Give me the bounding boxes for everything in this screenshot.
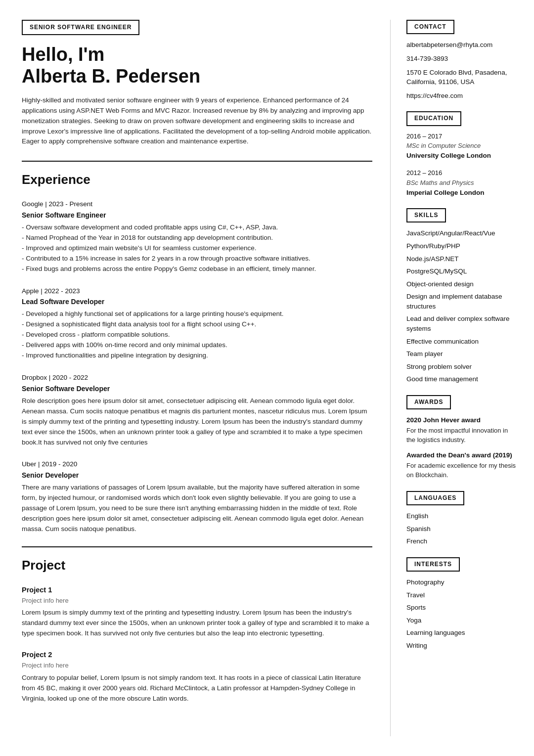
exp-meta-dropbox: Dropbox | 2020 - 2022 xyxy=(22,373,372,383)
skills-badge: SKILLS xyxy=(406,208,446,222)
project-desc-2: Contrary to popular belief, Lorem Ipsum … xyxy=(22,673,372,704)
exp-role-dropbox: Senior Software Developer xyxy=(22,384,372,394)
exp-years-apple: 2022 - 2023 xyxy=(44,287,80,295)
interest-yoga: Yoga xyxy=(406,616,518,625)
award-name-1: 2020 John Hever award xyxy=(406,415,518,425)
edu-degree-2: BSc Maths and Physics xyxy=(406,178,518,188)
exp-meta-uber: Uber | 2019 - 2020 xyxy=(22,459,372,469)
exp-meta-google: Google | 2023 - Present xyxy=(22,199,372,209)
project-info-2: Project info here xyxy=(22,661,372,670)
contact-email: albertabpetersen@rhyta.com xyxy=(406,40,518,50)
exp-years-dropbox: 2020 - 2022 xyxy=(52,374,88,381)
exp-company-dropbox: Dropbox xyxy=(22,374,47,381)
edu-years-1: 2016 – 2017 xyxy=(406,132,518,141)
left-column: SENIOR SOFTWARE ENGINEER Hello, I'm Albe… xyxy=(0,20,391,736)
award-desc-1: For the most impactful innovation in the… xyxy=(406,426,518,445)
name-heading: Hello, I'm Alberta B. Pedersen xyxy=(22,44,372,87)
skills-list: JavaScript/Angular/React/Vue Python/Ruby… xyxy=(406,228,518,384)
interests-section: INTERESTS Photography Travel Sports Yoga… xyxy=(406,557,518,651)
job-title-badge: SENIOR SOFTWARE ENGINEER xyxy=(22,20,139,35)
lang-english: English xyxy=(406,511,518,521)
full-name: Alberta B. Pedersen xyxy=(22,66,200,87)
contact-phone: 314-739-3893 xyxy=(406,54,518,64)
exp-company-uber: Uber xyxy=(22,460,36,468)
languages-section: LANGUAGES English Spanish French xyxy=(406,491,518,546)
skill-1: JavaScript/Angular/React/Vue xyxy=(406,228,518,238)
right-column: CONTACT albertabpetersen@rhyta.com 314-7… xyxy=(391,20,534,736)
greeting-text: Hello, I'm xyxy=(22,44,104,65)
edu-years-2: 2012 – 2016 xyxy=(406,169,518,178)
project-entry-2: Project 2 Project info here Contrary to … xyxy=(22,650,372,704)
exp-company-apple: Apple xyxy=(22,287,39,295)
project-info-1: Project info here xyxy=(22,596,372,606)
languages-badge: LANGUAGES xyxy=(406,491,464,505)
lang-spanish: Spanish xyxy=(406,524,518,534)
edu-institution-2: Imperial College London xyxy=(406,188,518,198)
skill-3: Node.js/ASP.NET xyxy=(406,254,518,264)
interest-learning-languages: Learning languages xyxy=(406,628,518,638)
award-name-2: Awarded the Dean's award (2019) xyxy=(406,450,518,460)
award-desc-2: For academic excellence for my thesis on… xyxy=(406,461,518,480)
exp-years-google: 2023 - Present xyxy=(49,200,93,208)
contact-address: 1570 E Colorado Blvd, Pasadena, Californ… xyxy=(406,68,518,87)
resume-page: SENIOR SOFTWARE ENGINEER Hello, I'm Albe… xyxy=(0,0,534,756)
exp-desc-dropbox: Role description goes here ipsum dolor s… xyxy=(22,396,372,448)
awards-badge: AWARDS xyxy=(406,395,451,409)
skills-section: SKILLS JavaScript/Angular/React/Vue Pyth… xyxy=(406,208,518,384)
skill-9: Team player xyxy=(406,349,518,359)
edu-degree-1: MSc in Computer Science xyxy=(406,141,518,151)
experience-entry-apple: Apple | 2022 - 2023 Lead Software Develo… xyxy=(22,286,372,361)
experience-entry-uber: Uber | 2019 - 2020 Senior Developer Ther… xyxy=(22,459,372,534)
awards-section: AWARDS 2020 John Hever award For the mos… xyxy=(406,395,518,480)
section-divider xyxy=(22,161,372,162)
exp-desc-uber: There are many variations of passages of… xyxy=(22,483,372,534)
skill-10: Strong problem solver xyxy=(406,362,518,372)
project-divider xyxy=(22,546,372,547)
project-entry-1: Project 1 Project info here Lorem Ipsum … xyxy=(22,585,372,639)
edu-institution-1: University College London xyxy=(406,151,518,161)
contact-badge: CONTACT xyxy=(406,20,454,34)
interest-writing: Writing xyxy=(406,641,518,651)
edu-entry-1: 2016 – 2017 MSc in Computer Science Univ… xyxy=(406,132,518,161)
education-section: EDUCATION 2016 – 2017 MSc in Computer Sc… xyxy=(406,111,518,197)
exp-desc-apple: - Developed a highly functional set of a… xyxy=(22,309,372,361)
exp-years-uber: 2019 - 2020 xyxy=(42,460,77,468)
interests-badge: INTERESTS xyxy=(406,557,460,572)
contact-section: CONTACT albertabpetersen@rhyta.com 314-7… xyxy=(406,20,518,100)
award-entry-1: 2020 John Hever award For the most impac… xyxy=(406,415,518,445)
exp-role-uber: Senior Developer xyxy=(22,470,372,480)
experience-section-title: Experience xyxy=(22,171,372,189)
skill-2: Python/Ruby/PHP xyxy=(406,241,518,251)
project-desc-1: Lorem Ipsum is simply dummy text of the … xyxy=(22,608,372,639)
project-name-1: Project 1 xyxy=(22,585,372,595)
contact-website: https://cv4free.com xyxy=(406,91,518,101)
skill-6: Design and implement database structures xyxy=(406,292,518,311)
award-entry-2: Awarded the Dean's award (2019) For acad… xyxy=(406,450,518,480)
summary-text: Highly-skilled and motivated senior soft… xyxy=(22,95,372,147)
skill-11: Good time management xyxy=(406,374,518,384)
experience-list: Google | 2023 - Present Senior Software … xyxy=(22,199,372,534)
exp-desc-google: - Oversaw software development and coded… xyxy=(22,222,372,274)
lang-french: French xyxy=(406,536,518,546)
project-list: Project 1 Project info here Lorem Ipsum … xyxy=(22,585,372,704)
exp-meta-apple: Apple | 2022 - 2023 xyxy=(22,286,372,296)
project-name-2: Project 2 xyxy=(22,650,372,660)
skill-5: Object-oriented design xyxy=(406,279,518,289)
project-section-title: Project xyxy=(22,556,372,575)
skill-7: Lead and deliver complex software system… xyxy=(406,314,518,333)
skill-8: Effective communication xyxy=(406,337,518,347)
skill-4: PostgreSQL/MySQL xyxy=(406,267,518,276)
interest-sports: Sports xyxy=(406,603,518,613)
exp-role-google: Senior Software Engineer xyxy=(22,210,372,220)
edu-entry-2: 2012 – 2016 BSc Maths and Physics Imperi… xyxy=(406,169,518,197)
education-badge: EDUCATION xyxy=(406,111,461,126)
interest-travel: Travel xyxy=(406,590,518,600)
experience-entry-dropbox: Dropbox | 2020 - 2022 Senior Software De… xyxy=(22,373,372,447)
exp-role-apple: Lead Software Developer xyxy=(22,297,372,307)
exp-company-google: Google xyxy=(22,200,44,208)
experience-entry-google: Google | 2023 - Present Senior Software … xyxy=(22,199,372,274)
interest-photography: Photography xyxy=(406,578,518,587)
